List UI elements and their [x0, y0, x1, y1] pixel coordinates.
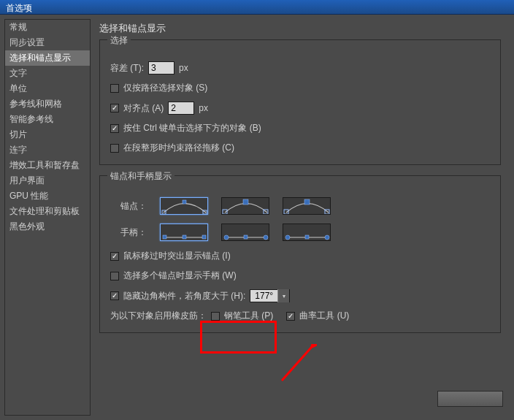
highlight-hover-checkbox[interactable]	[110, 252, 119, 261]
pen-tool-checkbox[interactable]	[211, 312, 220, 321]
svg-point-18	[285, 235, 290, 240]
sidebar-item[interactable]: 文字	[5, 66, 90, 81]
sidebar-item[interactable]: 选择和锚点显示	[5, 50, 90, 66]
ctrl-click-checkbox[interactable]	[110, 124, 119, 133]
selection-group: 选择 容差 (T): px 仅按路径选择对象 (S) 对齐点 (A) px 按住…	[99, 39, 501, 165]
sidebar-item[interactable]: 连字	[5, 142, 90, 158]
hide-corner-checkbox[interactable]	[110, 291, 119, 300]
snap-label: 对齐点 (A)	[123, 102, 164, 115]
svg-line-21	[282, 348, 311, 381]
svg-rect-10	[163, 235, 166, 239]
titlebar: 首选项	[0, 0, 514, 15]
svg-rect-4	[243, 199, 248, 205]
sidebar-item[interactable]: 常规	[5, 20, 90, 35]
sidebar-item[interactable]: 增效工具和暂存盘	[5, 158, 90, 173]
anchor-label: 锚点：	[116, 200, 147, 213]
anchor-display-group: 锚点和手柄显示 锚点： 手柄：	[99, 175, 501, 333]
sidebar-item[interactable]: 用户界面	[5, 173, 90, 188]
handle-label: 手柄：	[116, 226, 147, 239]
svg-point-14	[224, 235, 229, 240]
sidebar-item[interactable]: 切片	[5, 127, 90, 142]
reshape-checkbox[interactable]	[110, 144, 119, 153]
sidebar: 常规同步设置选择和锚点显示文字单位参考线和网格智能参考线切片连字增效工具和暂存盘…	[4, 19, 91, 416]
tolerance-unit: px	[179, 63, 188, 73]
svg-rect-12	[202, 235, 206, 239]
rubber-prefix-label: 为以下对象启用橡皮筋：	[110, 310, 207, 322]
window-title: 首选项	[6, 3, 32, 13]
content-panel: 选择和锚点显示 选择 容差 (T): px 仅按路径选择对象 (S) 对齐点 (…	[91, 19, 510, 416]
annotation-arrow-icon	[266, 344, 317, 388]
page-title: 选择和锚点显示	[99, 22, 501, 35]
svg-rect-1	[183, 200, 186, 204]
svg-rect-19	[305, 235, 309, 239]
sidebar-item[interactable]: 参考线和网格	[5, 96, 90, 112]
dialog-button[interactable]	[437, 391, 503, 407]
sidebar-item[interactable]: GPU 性能	[5, 188, 90, 204]
chevron-down-icon: ▾	[277, 289, 289, 302]
sidebar-item[interactable]: 单位	[5, 81, 90, 96]
curve-tool-checkbox[interactable]	[286, 312, 295, 321]
tolerance-input[interactable]	[148, 61, 174, 75]
anchor-style-3[interactable]	[283, 197, 331, 215]
multi-anchor-checkbox[interactable]	[110, 272, 119, 280]
anchor-style-1[interactable]	[160, 197, 208, 215]
dialog-buttons	[437, 391, 503, 409]
svg-rect-7	[304, 199, 310, 205]
snap-input[interactable]	[168, 102, 194, 115]
svg-point-20	[325, 235, 329, 240]
curve-tool-label: 曲率工具 (U)	[299, 310, 349, 322]
snap-unit: px	[199, 103, 208, 113]
sidebar-item[interactable]: 智能参考线	[5, 112, 90, 127]
anchor-style-2[interactable]	[221, 197, 269, 215]
dropdown-value: 177°	[250, 291, 277, 301]
hide-corner-label: 隐藏边角构件，若角度大于 (H):	[123, 290, 245, 302]
tolerance-label: 容差 (T):	[110, 62, 144, 75]
sidebar-item[interactable]: 同步设置	[5, 35, 90, 50]
handle-style-3[interactable]	[283, 224, 331, 241]
handle-style-2[interactable]	[221, 224, 269, 241]
handle-style-1[interactable]	[160, 224, 208, 241]
snap-checkbox[interactable]	[110, 104, 119, 112]
reshape-label: 在段整形时约束路径拖移 (C)	[123, 142, 234, 154]
group-title: 锚点和手柄显示	[107, 170, 174, 183]
svg-rect-11	[183, 235, 186, 239]
sidebar-item[interactable]: 黑色外观	[5, 219, 90, 234]
highlight-hover-label: 鼠标移过时突出显示锚点 (I)	[123, 250, 231, 262]
multi-anchor-label: 选择多个锚点时显示手柄 (W)	[123, 270, 237, 282]
pen-tool-label: 钢笔工具 (P)	[224, 310, 273, 322]
path-select-label: 仅按路径选择对象 (S)	[123, 82, 207, 94]
svg-rect-15	[244, 235, 248, 239]
ctrl-click-label: 按住 Ctrl 键单击选择下方的对象 (B)	[123, 122, 261, 134]
sidebar-item[interactable]: 文件处理和剪贴板	[5, 204, 90, 219]
hide-corner-dropdown[interactable]: 177° ▾	[250, 289, 290, 302]
svg-point-16	[264, 235, 268, 240]
group-title: 选择	[107, 34, 131, 47]
path-select-checkbox[interactable]	[110, 84, 119, 93]
